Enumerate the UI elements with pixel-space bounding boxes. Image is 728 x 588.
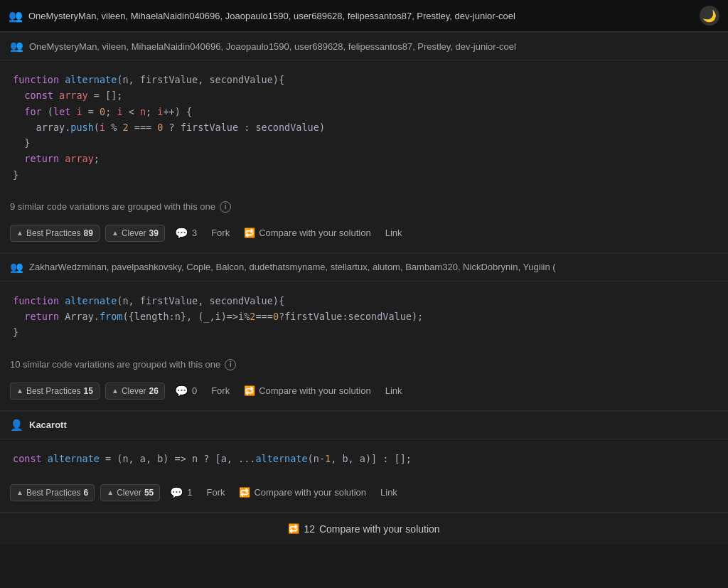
link-link-3[interactable]: Link	[376, 484, 402, 501]
caret-up-icon-3: ▲	[16, 387, 23, 395]
solution-1-code-block: function alternate(n, firstValue, second…	[0, 60, 728, 194]
comments-btn-2[interactable]: 💬 0	[171, 382, 201, 400]
top-bar: 👥 OneMysteryMan, vileen, MihaelaNaidin04…	[0, 0, 728, 32]
bottom-compare-number: 12	[304, 523, 315, 535]
clever-btn-1[interactable]: ▲ Clever 39	[105, 225, 165, 242]
user-icon-3: 👤	[10, 419, 23, 432]
top-bar-authors: 👥 OneMysteryMan, vileen, MihaelaNaidin04…	[9, 9, 515, 23]
comment-icon-2: 💬	[175, 385, 188, 397]
top-bar-author-list: OneMysteryMan, vileen, MihaelaNaidin0406…	[28, 11, 515, 21]
link-link-2[interactable]: Link	[381, 383, 407, 399]
comment-icon-1: 💬	[175, 227, 188, 240]
fork-link-1[interactable]: Fork	[207, 225, 234, 241]
users-group-icon-2: 👥	[10, 261, 23, 274]
bottom-compare-label: Compare with your solution	[319, 523, 440, 535]
solution-3-action-bar: ▲ Best Practices 6 ▲ Clever 55 💬 1 Fork …	[0, 478, 728, 512]
info-icon-2[interactable]: i	[225, 359, 236, 370]
solution-2-similar-note: 10 similar code variations are grouped w…	[0, 352, 728, 376]
caret-up-icon-5: ▲	[16, 488, 23, 496]
solution-3-code-block: const alternate = (n, a, b) => n ? [a, .…	[0, 439, 728, 478]
link-link-1[interactable]: Link	[381, 225, 407, 241]
users-icon: 👥	[9, 9, 23, 23]
caret-up-icon: ▲	[16, 229, 23, 237]
solution-1-author-list: OneMysteryMan, vileen, MihaelaNaidin0406…	[29, 41, 516, 52]
caret-up-icon-2: ▲	[112, 229, 119, 237]
comments-btn-1[interactable]: 💬 3	[171, 224, 201, 242]
solution-1-similar-note: 9 similar code variations are grouped wi…	[0, 194, 728, 218]
best-practices-btn-2[interactable]: ▲ Best Practices 15	[10, 383, 100, 400]
solution-1-action-bar: ▲ Best Practices 89 ▲ Clever 39 💬 3 Fork…	[0, 218, 728, 252]
caret-up-icon-6: ▲	[107, 488, 114, 496]
solution-card-3: 👤 Kacarott const alternate = (n, a, b) =…	[0, 411, 728, 513]
solution-card-1: 👥 OneMysteryMan, vileen, MihaelaNaidin04…	[0, 32, 728, 253]
compare-link-3[interactable]: 🔁 Compare with your solution	[235, 484, 370, 501]
theme-toggle-button[interactable]: 🌙	[700, 6, 719, 26]
solution-card-2: 👥 ZakharWedzminan, pavelpashkovsky, Copl…	[0, 253, 728, 411]
moon-icon: 🌙	[702, 9, 717, 23]
compare-link-2[interactable]: 🔁 Compare with your solution	[240, 383, 375, 399]
solution-3-author-bar: 👤 Kacarott	[0, 411, 728, 439]
solution-1-author-bar: 👥 OneMysteryMan, vileen, MihaelaNaidin04…	[0, 32, 728, 60]
bottom-compare-bar[interactable]: 🔁 12 Compare with your solution	[0, 513, 728, 545]
fork-link-2[interactable]: Fork	[207, 383, 234, 399]
comments-btn-3[interactable]: 💬 1	[166, 483, 196, 502]
solution-2-code-block: function alternate(n, firstValue, second…	[0, 281, 728, 352]
bottom-compare-icon: 🔁	[288, 523, 299, 534]
comment-icon-3: 💬	[170, 486, 183, 499]
users-group-icon-1: 👥	[10, 40, 23, 53]
solution-2-action-bar: ▲ Best Practices 15 ▲ Clever 26 💬 0 Fork…	[0, 376, 728, 410]
clever-btn-3[interactable]: ▲ Clever 55	[100, 484, 160, 501]
comments-count-1: 3	[192, 228, 197, 238]
solution-1-similar-text: 9 similar code variations are grouped wi…	[10, 201, 215, 212]
clever-btn-2[interactable]: ▲ Clever 26	[105, 383, 165, 400]
info-icon-1[interactable]: i	[220, 201, 231, 213]
comments-count-2: 0	[192, 385, 197, 396]
solution-2-similar-text: 10 similar code variations are grouped w…	[10, 359, 220, 370]
solution-3-author-name: Kacarott	[29, 419, 67, 430]
comments-count-3: 1	[187, 487, 192, 498]
compare-icon-1: 🔁	[244, 228, 255, 238]
best-practices-btn-3[interactable]: ▲ Best Practices 6	[10, 484, 95, 501]
solution-2-author-bar: 👥 ZakharWedzminan, pavelpashkovsky, Copl…	[0, 253, 728, 281]
compare-icon-3: 🔁	[239, 487, 250, 498]
caret-up-icon-4: ▲	[112, 387, 119, 395]
solution-2-author-list: ZakharWedzminan, pavelpashkovsky, Cople,…	[29, 262, 556, 272]
compare-icon-2: 🔁	[244, 385, 255, 396]
fork-link-3[interactable]: Fork	[202, 484, 229, 501]
compare-link-1[interactable]: 🔁 Compare with your solution	[240, 225, 375, 241]
best-practices-btn-1[interactable]: ▲ Best Practices 89	[10, 225, 100, 242]
